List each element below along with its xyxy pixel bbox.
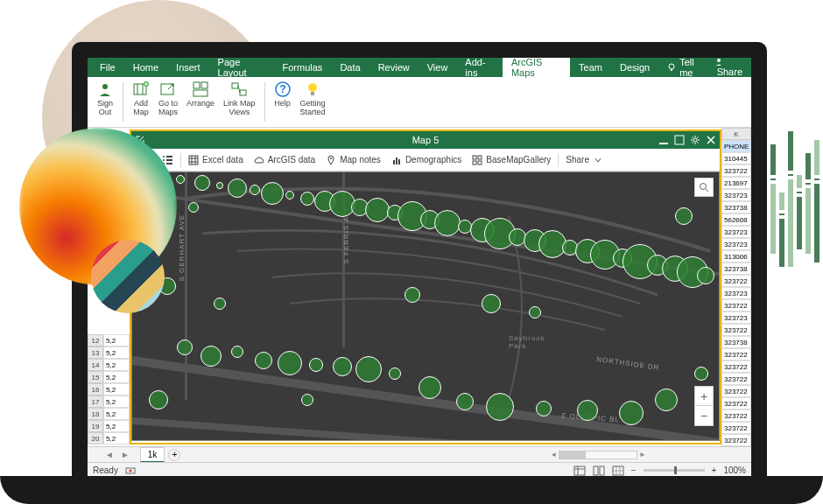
data-point[interactable] xyxy=(228,178,247,198)
cell[interactable]: 323722 xyxy=(721,410,751,422)
cell[interactable]: 323723 xyxy=(721,312,751,324)
data-point[interactable] xyxy=(577,400,598,421)
data-point[interactable] xyxy=(529,306,541,318)
row-header[interactable]: 15 xyxy=(88,371,103,383)
tab-page-layout[interactable]: Page Layout xyxy=(209,58,274,81)
tab-file[interactable]: File xyxy=(91,59,124,76)
data-point[interactable] xyxy=(697,267,714,284)
cell[interactable]: 5,2 xyxy=(103,432,130,444)
data-point[interactable] xyxy=(536,401,552,416)
data-point[interactable] xyxy=(655,388,678,411)
data-point[interactable] xyxy=(619,401,644,425)
cell[interactable]: 5,2 xyxy=(103,383,130,396)
basemap-button[interactable]: BaseMapGallery xyxy=(468,153,554,167)
data-point[interactable] xyxy=(333,357,352,376)
data-point[interactable] xyxy=(300,192,314,206)
zoom-out-button[interactable]: − xyxy=(695,406,713,425)
cell[interactable]: 5,2 xyxy=(103,346,130,359)
cell[interactable]: 323723 xyxy=(721,189,751,201)
cell[interactable]: 323722 xyxy=(721,397,751,410)
cell[interactable]: 5,2 xyxy=(103,396,130,408)
cell[interactable]: 323738 xyxy=(721,201,751,214)
scroll-right-icon[interactable]: ► xyxy=(639,451,646,458)
cell[interactable]: 5,2 xyxy=(103,371,130,383)
map-notes-button[interactable]: Map notes xyxy=(322,153,384,167)
zoom-percent[interactable]: 100% xyxy=(723,466,746,475)
data-point[interactable] xyxy=(482,294,501,313)
cell[interactable]: 323723 xyxy=(721,238,751,250)
link-map-views-button[interactable]: Link Map Views xyxy=(220,79,259,125)
cell[interactable]: 323722 xyxy=(721,373,751,385)
zoom-in-button[interactable]: + xyxy=(712,466,717,475)
settings-icon[interactable] xyxy=(690,135,700,145)
map-search-button[interactable] xyxy=(694,178,714,197)
map-canvas[interactable]: S GERHART AVE S FERRIS AVE Saybrook Park… xyxy=(131,172,720,441)
row-header[interactable]: 20 xyxy=(88,432,103,444)
data-point[interactable] xyxy=(216,182,223,189)
data-point[interactable] xyxy=(250,185,260,195)
data-point[interactable] xyxy=(675,207,693,225)
sign-out-button[interactable]: Sign Out xyxy=(93,79,117,125)
scroll-left-icon[interactable]: ◄ xyxy=(550,451,557,458)
data-point[interactable] xyxy=(285,191,294,200)
data-point[interactable] xyxy=(694,367,708,381)
getting-started-button[interactable]: Getting Started xyxy=(297,79,329,125)
data-point[interactable] xyxy=(255,352,272,369)
map-share-button[interactable]: Share xyxy=(562,153,605,166)
cell[interactable]: 213697 xyxy=(721,177,751,189)
arcgis-data-button[interactable]: ArcGIS data xyxy=(250,153,319,167)
cell[interactable]: 323738 xyxy=(721,336,751,348)
view-normal-icon[interactable] xyxy=(573,466,586,476)
add-sheet-button[interactable]: + xyxy=(168,449,180,461)
data-point[interactable] xyxy=(176,175,185,184)
tab-view[interactable]: View xyxy=(419,59,457,76)
cell[interactable]: 323723 xyxy=(721,287,751,299)
minimize-icon[interactable] xyxy=(658,135,669,145)
cell[interactable]: 323723 xyxy=(721,226,751,238)
share-button[interactable]: Share xyxy=(706,58,751,80)
cell[interactable]: PHONE xyxy=(721,140,751,152)
data-point[interactable] xyxy=(200,346,222,367)
data-point[interactable] xyxy=(404,287,420,303)
cell[interactable]: 5,2 xyxy=(103,420,130,432)
tab-addins[interactable]: Add-ins xyxy=(456,58,503,81)
data-point[interactable] xyxy=(231,346,243,358)
arrange-button[interactable]: Arrange xyxy=(183,79,218,125)
cell[interactable]: 323722 xyxy=(721,275,751,287)
tab-design[interactable]: Design xyxy=(611,59,658,76)
spreadsheet-column-k[interactable]: K PHONE310445323722213697323723323738562… xyxy=(721,128,751,443)
row-header[interactable]: 18 xyxy=(88,408,103,420)
cell[interactable]: 323722 xyxy=(721,360,751,373)
cell[interactable]: 562608 xyxy=(721,214,751,226)
cell[interactable]: 323722 xyxy=(721,299,751,312)
add-map-button[interactable]: Add Map xyxy=(129,79,153,125)
tab-arcgis-maps[interactable]: ArcGIS Maps xyxy=(503,58,570,81)
sheet-nav-next-icon[interactable]: ► xyxy=(121,450,130,459)
data-point[interactable] xyxy=(188,202,199,213)
go-to-maps-button[interactable]: Go to Maps xyxy=(155,79,181,125)
data-point[interactable] xyxy=(214,298,226,310)
window-icon[interactable] xyxy=(674,135,685,145)
tab-formulas[interactable]: Formulas xyxy=(274,59,332,76)
zoom-slider[interactable] xyxy=(644,469,705,472)
row-header[interactable]: 16 xyxy=(88,383,103,396)
tab-data[interactable]: Data xyxy=(331,59,369,76)
row-header[interactable]: 13 xyxy=(88,346,103,359)
horizontal-scrollbar[interactable] xyxy=(559,451,637,459)
cell[interactable]: 5,2 xyxy=(103,334,130,346)
zoom-in-button[interactable]: + xyxy=(695,387,713,406)
data-point[interactable] xyxy=(301,394,313,406)
data-point[interactable] xyxy=(456,393,474,410)
data-point[interactable] xyxy=(419,376,441,399)
sheet-tab-1k[interactable]: 1k xyxy=(140,447,165,463)
cell[interactable]: 5,2 xyxy=(103,408,130,420)
data-point[interactable] xyxy=(355,356,382,382)
column-header-k[interactable]: K xyxy=(721,128,751,140)
cell[interactable]: 323738 xyxy=(721,262,751,275)
zoom-out-button[interactable]: − xyxy=(631,466,637,475)
spreadsheet-left-columns[interactable]: 125,2135,2145,2155,2165,2175,2185,2195,2… xyxy=(88,334,130,444)
row-header[interactable]: 12 xyxy=(88,334,103,346)
cell[interactable]: 5,2 xyxy=(103,359,130,371)
data-point[interactable] xyxy=(309,358,323,372)
row-header[interactable]: 17 xyxy=(88,396,103,408)
